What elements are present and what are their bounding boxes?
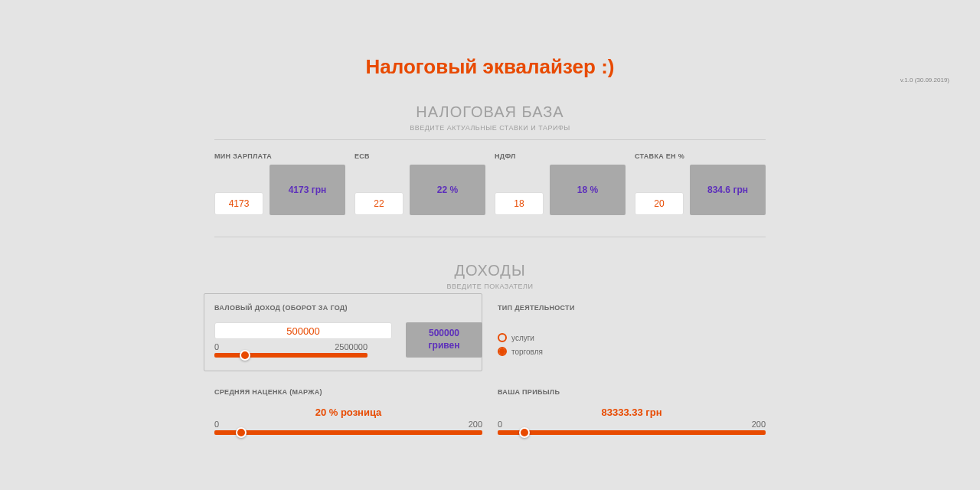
profit-label: ВАША ПРИБЫЛЬ	[498, 388, 766, 396]
gross-display-value: 500000	[429, 328, 459, 340]
ndfl-label: НДФЛ	[495, 152, 626, 160]
min-salary-display: 4173 грн	[270, 165, 345, 215]
version-label: v.1.0 (30.09.2019)	[900, 77, 949, 83]
margin-slider-thumb[interactable]	[236, 427, 247, 438]
gross-display-unit: гривен	[429, 340, 460, 352]
min-salary-input[interactable]	[214, 192, 263, 215]
profit-slider-min: 0	[498, 420, 502, 429]
gross-slider-thumb[interactable]	[240, 350, 250, 361]
min-salary-label: МИН ЗАРПЛАТА	[214, 152, 345, 160]
gross-slider-min: 0	[214, 342, 219, 351]
margin-slider-max: 200	[469, 420, 482, 429]
flat-tax-label: СТАВКА ЕН %	[635, 152, 766, 160]
esw-label: ЕСВ	[354, 152, 485, 160]
taxbase-title: НАЛОГОВАЯ БАЗА	[214, 103, 766, 121]
margin-value: 20 % розница	[214, 407, 482, 418]
activity-radio-services[interactable]: услуги	[498, 333, 766, 342]
gross-slider[interactable]	[214, 353, 368, 358]
activity-label: ТИП ДЕЯТЕЛЬНОСТИ	[498, 304, 766, 312]
gross-input[interactable]	[214, 322, 392, 339]
activity-radio-trade[interactable]: торговля	[498, 347, 766, 356]
page-title: Налоговый эквалайзер :)	[214, 55, 766, 79]
ndfl-input[interactable]	[495, 192, 544, 215]
esw-display: 22 %	[410, 165, 485, 215]
divider	[214, 237, 766, 237]
margin-label: СРЕДНЯЯ НАЦЕНКА (МАРЖА)	[214, 388, 482, 396]
income-title: ДОХОДЫ	[214, 262, 766, 279]
profit-slider-max: 200	[752, 420, 766, 429]
profit-value: 83333.33 грн	[498, 407, 766, 418]
radio-icon	[498, 333, 507, 342]
margin-slider[interactable]	[214, 430, 482, 435]
profit-slider-thumb[interactable]	[519, 427, 530, 438]
radio-icon	[498, 347, 507, 356]
flat-tax-input[interactable]	[635, 192, 684, 215]
activity-radio-group: услуги торговля	[498, 333, 766, 356]
activity-radio-label: услуги	[511, 334, 534, 342]
income-subtitle: ВВЕДИТЕ ПОКАЗАТЕЛИ	[214, 283, 766, 290]
gross-slider-max: 2500000	[335, 342, 368, 351]
esw-input[interactable]	[354, 192, 403, 215]
gross-label: ВАЛОВЫЙ ДОХОД (ОБОРОТ ЗА ГОД)	[214, 304, 482, 312]
taxbase-grid: МИН ЗАРПЛАТА 4173 грн ЕСВ 22 % НДФЛ 18 %…	[214, 152, 766, 215]
divider	[214, 139, 766, 140]
activity-radio-label: торговля	[511, 348, 543, 356]
gross-display: 500000 гривен	[406, 322, 482, 358]
margin-slider-min: 0	[214, 420, 219, 429]
flat-tax-display: 834.6 грн	[690, 165, 766, 215]
taxbase-subtitle: ВВЕДИТЕ АКТУАЛЬНЫЕ СТАВКИ И ТАРИФЫ	[214, 124, 766, 132]
ndfl-display: 18 %	[550, 165, 626, 215]
profit-slider[interactable]	[498, 430, 766, 435]
